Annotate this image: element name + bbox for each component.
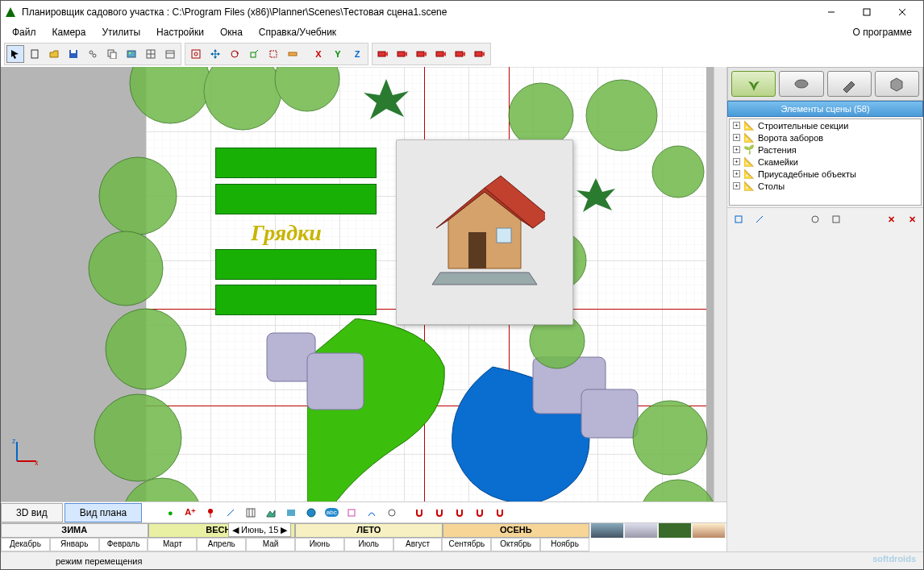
month-may[interactable]: Май	[246, 538, 295, 552]
camera-5-icon[interactable]	[452, 45, 469, 63]
axis-y-button[interactable]: Y	[329, 45, 347, 63]
date-next-icon[interactable]: ▶	[281, 525, 287, 535]
rp-btn-2[interactable]	[751, 210, 768, 228]
tree-item[interactable]: +🌱Растения	[730, 144, 921, 156]
select-region-icon[interactable]	[264, 45, 282, 63]
scene-elements-tree[interactable]: +📐Строительные секции +📐Ворота заборов +…	[729, 119, 922, 206]
month-dec[interactable]: Декабрь	[1, 538, 50, 552]
sky-thumb-2[interactable]	[625, 523, 657, 538]
month-sep[interactable]: Сентябрь	[442, 538, 491, 552]
menu-help[interactable]: Справка/Учебник	[251, 25, 344, 40]
house-preview-card[interactable]	[396, 139, 573, 325]
line-tool-icon[interactable]	[222, 504, 239, 522]
save-file-icon[interactable]	[65, 45, 82, 63]
tree-item[interactable]: +📐Скамейки	[730, 156, 921, 168]
grid-icon[interactable]	[142, 45, 160, 63]
sky-thumb-3[interactable]	[659, 523, 691, 538]
viewport-2d[interactable]: Грядки	[1, 67, 714, 501]
curve-tool-icon[interactable]	[363, 504, 381, 522]
viewport-scrollbar-vertical[interactable]	[714, 67, 726, 501]
month-jan[interactable]: Январь	[50, 538, 99, 552]
text-tool-icon[interactable]: A⁺	[181, 504, 199, 522]
pointer-tool-icon[interactable]	[6, 45, 24, 63]
axis-x-button[interactable]: X	[310, 45, 327, 63]
season-autumn[interactable]: ОСЕНЬ	[443, 523, 590, 538]
tree-item[interactable]: +📐Столы	[730, 180, 921, 192]
magnet-1-icon[interactable]	[410, 504, 428, 522]
rp-tab-plants[interactable]	[731, 71, 776, 97]
abc-tool-icon[interactable]: abc	[323, 504, 340, 522]
folder-icon: 📐	[743, 120, 755, 131]
month-mar[interactable]: Март	[148, 538, 197, 552]
month-feb[interactable]: Февраль	[99, 538, 148, 552]
rp-tab-objects[interactable]	[779, 71, 823, 97]
rp-btn-1[interactable]	[730, 210, 747, 228]
rp-btn-4[interactable]	[827, 210, 845, 228]
scale-icon[interactable]	[245, 45, 263, 63]
month-apr[interactable]: Апрель	[197, 538, 246, 552]
magnet-4-icon[interactable]	[471, 504, 489, 522]
photo-tool-icon[interactable]	[282, 504, 300, 522]
open-file-icon[interactable]	[45, 45, 63, 63]
rotate-icon[interactable]	[226, 45, 243, 63]
svg-marker-0	[6, 7, 15, 17]
date-prev-icon[interactable]: ◀	[232, 525, 239, 535]
link-icon[interactable]	[84, 45, 102, 63]
rp-tab-materials[interactable]	[875, 71, 919, 97]
terrain-tool-icon[interactable]	[262, 504, 280, 522]
settings-tool-icon[interactable]	[383, 504, 401, 522]
season-summer[interactable]: ЛЕТО	[295, 523, 443, 538]
move-icon[interactable]	[206, 45, 224, 63]
menu-about[interactable]: О программе	[845, 25, 920, 40]
month-jun[interactable]: Июнь	[295, 538, 344, 552]
month-oct[interactable]: Октябрь	[491, 538, 540, 552]
zoom-view-icon[interactable]	[187, 45, 205, 63]
camera-3-icon[interactable]	[413, 45, 431, 63]
calendar-icon[interactable]	[161, 45, 179, 63]
season-winter[interactable]: ЗИМА	[1, 523, 148, 538]
magnet-2-icon[interactable]	[431, 504, 448, 522]
shape-tool-icon[interactable]	[343, 504, 360, 522]
svg-rect-73	[468, 232, 486, 268]
tab-3d-view[interactable]: 3D вид	[1, 503, 63, 522]
menu-file[interactable]: Файл	[4, 25, 44, 40]
rp-tab-tools[interactable]	[827, 71, 872, 97]
magnet-3-icon[interactable]	[451, 504, 468, 522]
image-icon[interactable]	[123, 45, 140, 63]
rp-btn-3[interactable]	[806, 210, 824, 228]
camera-2-icon[interactable]	[393, 45, 411, 63]
rp-delete-icon[interactable]: ✕	[882, 210, 900, 228]
month-jul[interactable]: Июль	[344, 538, 393, 552]
camera-4-icon[interactable]	[432, 45, 450, 63]
date-picker[interactable]: ◀ Июнь, 15 ▶	[228, 522, 291, 537]
sky-thumb-4[interactable]	[693, 523, 725, 538]
menu-settings[interactable]: Настройки	[148, 25, 212, 40]
svg-rect-33	[270, 51, 277, 57]
close-button[interactable]	[884, 1, 920, 23]
tree-item[interactable]: +📐Строительные секции	[730, 119, 921, 131]
grid-tool-icon[interactable]	[242, 504, 260, 522]
camera-1-icon[interactable]	[374, 45, 392, 63]
month-nov[interactable]: Ноябрь	[540, 538, 589, 552]
marker-tool-icon[interactable]	[202, 504, 219, 522]
globe-tool-icon[interactable]	[302, 504, 320, 522]
axis-z-button[interactable]: Z	[348, 45, 366, 63]
maximize-button[interactable]	[849, 1, 884, 23]
tree-item[interactable]: +📐Приусадебные объекты	[730, 168, 921, 180]
rp-delete-all-icon[interactable]: ✕	[903, 210, 921, 228]
magnet-5-icon[interactable]	[491, 504, 509, 522]
measure-icon[interactable]	[284, 45, 302, 63]
tab-plan-view[interactable]: Вид плана	[65, 503, 143, 522]
copy-icon[interactable]	[103, 45, 121, 63]
camera-6-icon[interactable]	[471, 45, 489, 63]
tree-item[interactable]: +📐Ворота заборов	[730, 131, 921, 144]
menu-camera[interactable]: Камера	[44, 25, 94, 40]
month-aug[interactable]: Август	[393, 538, 443, 552]
minimize-button[interactable]	[814, 1, 849, 23]
menu-windows[interactable]: Окна	[212, 25, 251, 40]
menu-utilities[interactable]: Утилиты	[94, 25, 148, 40]
dot-tool-icon[interactable]: ●	[161, 504, 179, 522]
sky-thumb-1[interactable]	[591, 523, 623, 538]
main-area: Грядки	[1, 67, 923, 551]
new-file-icon[interactable]	[26, 45, 44, 63]
